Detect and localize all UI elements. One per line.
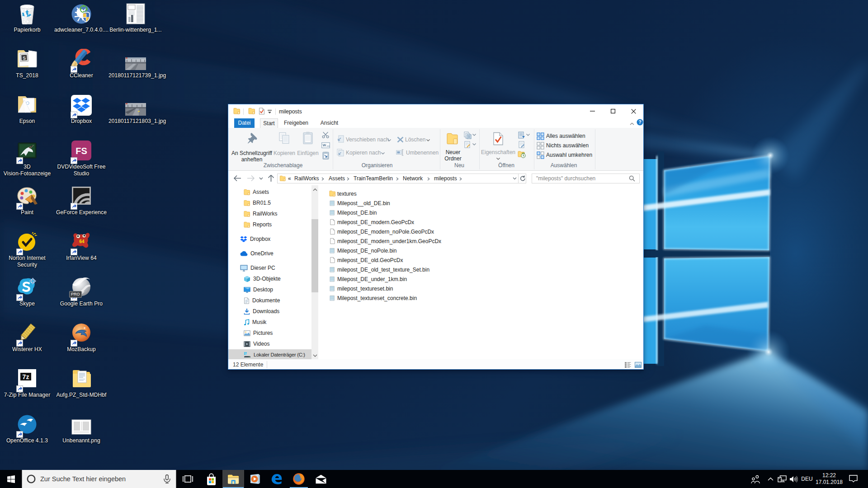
svg-text:?: ? <box>638 119 641 125</box>
svg-text:S: S <box>23 56 26 61</box>
svg-text:7z: 7z <box>23 373 29 380</box>
svg-text:64: 64 <box>79 239 85 244</box>
svg-text:FS: FS <box>75 146 87 156</box>
